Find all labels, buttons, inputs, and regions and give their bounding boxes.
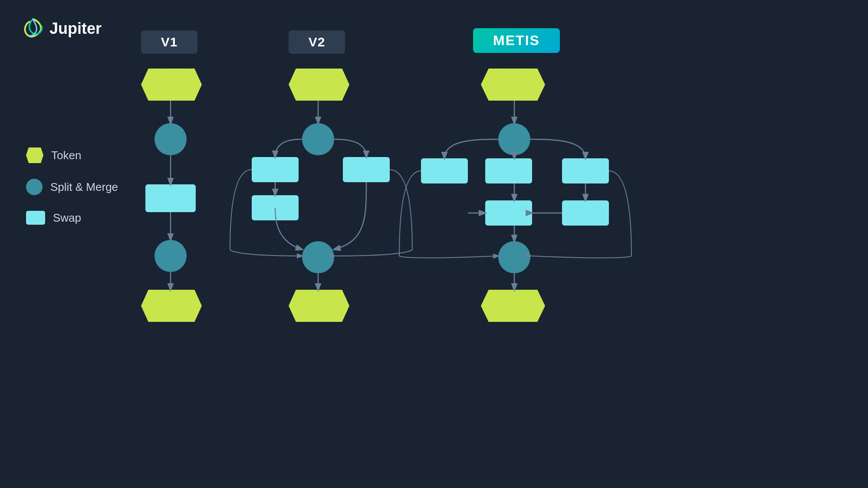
metis-split-bottom <box>498 241 530 273</box>
v2-split-bottom <box>302 241 334 273</box>
logo: Jupiter <box>22 17 102 40</box>
v2-split-top <box>302 123 334 155</box>
swap-icon <box>26 211 45 225</box>
metis-token-bottom <box>481 290 545 322</box>
v2-token-top <box>289 69 349 101</box>
legend: Token Split & Merge Swap <box>26 147 118 225</box>
v1-badge: V1 <box>141 30 197 54</box>
v1-split-bottom <box>155 240 187 272</box>
v1-token-bottom <box>141 290 202 322</box>
v1-token-top <box>141 69 202 101</box>
metis-token-top <box>481 69 545 101</box>
legend-swap: Swap <box>26 211 118 225</box>
metis-swap-right-bottom <box>562 200 609 226</box>
metis-swap-left <box>421 158 468 183</box>
connections-svg <box>0 0 868 488</box>
v2-swap-left-top <box>252 157 299 182</box>
token-icon <box>26 147 43 163</box>
legend-token: Token <box>26 147 118 163</box>
logo-text: Jupiter <box>49 20 102 38</box>
v2-token-bottom <box>289 290 349 322</box>
metis-swap-center <box>485 158 532 183</box>
v1-split-top <box>155 123 187 155</box>
metis-swap-right <box>562 158 609 183</box>
split-icon <box>26 179 43 195</box>
v2-swap-left-bottom <box>252 195 299 220</box>
metis-badge: METIS <box>473 28 560 53</box>
metis-split-top <box>498 123 530 155</box>
v2-swap-right-top <box>343 157 390 182</box>
legend-split: Split & Merge <box>26 179 118 195</box>
jupiter-logo-icon <box>22 17 44 40</box>
v2-badge: V2 <box>289 30 345 54</box>
legend-swap-label: Swap <box>53 211 81 225</box>
metis-swap-merge <box>485 200 532 226</box>
v1-swap <box>145 184 196 212</box>
legend-split-label: Split & Merge <box>50 180 118 194</box>
legend-token-label: Token <box>51 149 81 162</box>
